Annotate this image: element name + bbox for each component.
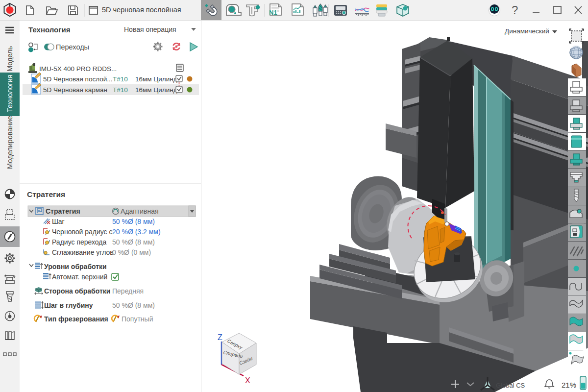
svg-text:Сторона обработки: Сторона обработки <box>44 287 110 295</box>
svg-text:21%: 21% <box>562 381 576 389</box>
svg-text:Global CS: Global CS <box>496 382 525 389</box>
svg-text:Автомат. верхний: Автомат. верхний <box>52 273 107 281</box>
svg-text:50 %Ø (8 мм): 50 %Ø (8 мм) <box>112 218 155 225</box>
svg-text:20 %Ø (3.2 мм): 20 %Ø (3.2 мм) <box>112 228 161 236</box>
svg-text:50 %Ø (8 мм): 50 %Ø (8 мм) <box>112 301 155 309</box>
svg-text:Шаг в глубину: Шаг в глубину <box>44 301 93 309</box>
svg-text:0 %Ø (0 мм): 0 %Ø (0 мм) <box>112 248 151 256</box>
svg-text:Z: Z <box>218 333 222 342</box>
svg-text:Уровни обработки: Уровни обработки <box>44 263 107 270</box>
svg-text:Шаг: Шаг <box>52 218 65 225</box>
svg-text:Адаптивная: Адаптивная <box>121 207 159 215</box>
svg-text:Попутный: Попутный <box>122 315 153 323</box>
svg-text:Модель: Модель <box>6 46 14 72</box>
svg-text:Радиус перехода: Радиус перехода <box>52 238 107 246</box>
svg-text:?: ? <box>512 3 518 17</box>
svg-text:Стратегия: Стратегия <box>27 190 65 198</box>
svg-text:Моделирование: Моделирование <box>6 116 14 170</box>
svg-text:Переходы: Переходы <box>56 43 89 51</box>
svg-text:Технология: Технология <box>6 74 14 112</box>
svg-text:Стратегия: Стратегия <box>46 207 80 215</box>
svg-text:X: X <box>245 376 250 385</box>
svg-text:Динамический: Динамический <box>505 27 549 35</box>
svg-text:5D Черновая послой...: 5D Черновая послой... <box>43 75 112 83</box>
svg-text:5D черновая послойная: 5D черновая послойная <box>102 6 181 14</box>
svg-text:IMU-5X 400 PRO RDDS...: IMU-5X 400 PRO RDDS... <box>39 65 117 73</box>
svg-text:Технология: Технология <box>28 25 70 34</box>
svg-text:Тип фрезерования: Тип фрезерования <box>44 315 108 323</box>
svg-text:Передняя: Передняя <box>112 287 144 295</box>
svg-text:T#10: T#10 <box>113 86 128 94</box>
svg-text:Новая операция: Новая операция <box>124 25 176 33</box>
svg-text:16мм Цилинд: 16мм Цилинд <box>135 86 177 94</box>
svg-text:16мм Цилинд: 16мм Цилинд <box>135 75 177 83</box>
svg-text:Черновой радиус с: Черновой радиус с <box>52 228 113 236</box>
svg-text:50 %Ø (8 мм): 50 %Ø (8 мм) <box>112 238 155 246</box>
svg-text:N1: N1 <box>269 9 277 16</box>
svg-text:T#10: T#10 <box>113 75 128 83</box>
svg-text:Сглаживание углов: Сглаживание углов <box>52 248 114 256</box>
svg-text:5D Черновая карман: 5D Черновая карман <box>43 86 107 94</box>
